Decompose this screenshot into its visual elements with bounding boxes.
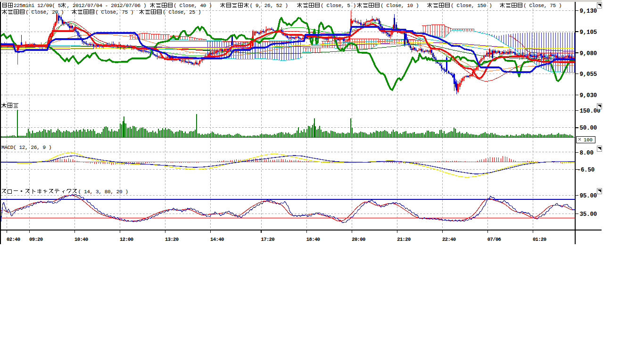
svg-text:07/06: 07/06 bbox=[487, 237, 501, 242]
svg-text:9,055: 9,055 bbox=[580, 71, 597, 78]
svg-text:9,030: 9,030 bbox=[580, 92, 597, 99]
svg-text:( Close, 40 ): ( Close, 40 ) bbox=[173, 3, 212, 8]
svg-text:( Close, 75 ): ( Close, 75 ) bbox=[523, 3, 561, 8]
svg-text:8.00: 8.00 bbox=[580, 150, 594, 156]
svg-text:14:40: 14:40 bbox=[210, 237, 224, 242]
svg-text:( Close, 10 ): ( Close, 10 ) bbox=[380, 3, 419, 8]
svg-text:13:20: 13:20 bbox=[165, 237, 179, 242]
svg-text:225mini 12/09( 5: 225mini 12/09( 5 bbox=[14, 3, 61, 8]
svg-text:50.00: 50.00 bbox=[580, 125, 597, 132]
svg-text:( 14, 3, 80, 20 ): ( 14, 3, 80, 20 ) bbox=[78, 189, 128, 195]
svg-text:10:40: 10:40 bbox=[74, 237, 88, 242]
svg-text:MACD( 12, 26, 9 ): MACD( 12, 26, 9 ) bbox=[1, 145, 51, 150]
svg-text:( Close, 25 ): ( Close, 25 ) bbox=[163, 9, 201, 15]
svg-text:100: 100 bbox=[584, 137, 593, 143]
svg-text:( Close, 5 ): ( Close, 5 ) bbox=[321, 3, 356, 8]
svg-text:( Close, 150 ): ( Close, 150 ) bbox=[451, 3, 492, 8]
svg-text:, 2012/07/04 - 2012/07/06 ): , 2012/07/04 - 2012/07/06 ) bbox=[67, 3, 147, 8]
svg-text:( Close, 75 ): ( Close, 75 ) bbox=[95, 9, 133, 15]
svg-text:01:20: 01:20 bbox=[533, 237, 546, 242]
svg-text:9,130: 9,130 bbox=[580, 8, 597, 15]
svg-text:22:40: 22:40 bbox=[442, 237, 456, 242]
svg-text:35.00: 35.00 bbox=[580, 211, 597, 218]
svg-text:02:40: 02:40 bbox=[7, 237, 20, 242]
svg-text:( Close, 20 ): ( Close, 20 ) bbox=[25, 9, 64, 15]
svg-text:17:20: 17:20 bbox=[261, 237, 275, 242]
svg-text:12:00: 12:00 bbox=[120, 237, 133, 242]
svg-text:9,080: 9,080 bbox=[580, 50, 597, 57]
svg-text:95.00: 95.00 bbox=[580, 193, 597, 199]
svg-text:9,105: 9,105 bbox=[580, 29, 597, 36]
svg-text:18:40: 18:40 bbox=[306, 237, 320, 242]
svg-text:20:00: 20:00 bbox=[352, 237, 365, 242]
svg-text:( 9, 26, 52 ): ( 9, 26, 52 ) bbox=[250, 3, 288, 8]
svg-text:21:20: 21:20 bbox=[397, 237, 411, 242]
svg-text:-6.50: -6.50 bbox=[578, 167, 595, 173]
svg-text:09:20: 09:20 bbox=[29, 237, 43, 242]
